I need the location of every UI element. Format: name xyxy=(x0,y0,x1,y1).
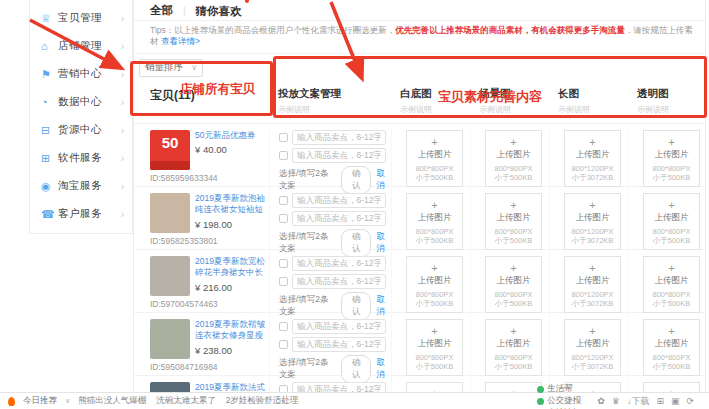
copy-input[interactable] xyxy=(292,130,386,145)
vip-icon[interactable]: ♛ xyxy=(612,396,620,406)
copy-checkbox[interactable] xyxy=(279,196,288,205)
product-thumbnail[interactable] xyxy=(150,256,190,296)
upload-limit: 小于500KB xyxy=(486,299,541,308)
upload-spec: 800*800PX xyxy=(486,227,541,236)
refresh-icon[interactable]: ⟳ xyxy=(686,396,694,406)
upload-image-button[interactable]: + 上传图片 800*800PX 小于500KB xyxy=(406,319,463,376)
download-icon[interactable]: ↓下载 xyxy=(627,396,650,406)
upload-image-button[interactable]: + 上传图片 800*1200PX 小于3072KB xyxy=(564,193,621,250)
confirm-button[interactable]: 确认 xyxy=(341,355,372,383)
upload-image-button[interactable]: + 上传图片 800*1200PX 小于3072KB xyxy=(564,256,621,313)
copy-checkbox[interactable] xyxy=(279,277,288,286)
sidebar-item-shop-management[interactable]: ⌂ 店铺管理 › xyxy=(30,32,132,60)
upload-label: 上传图片 xyxy=(644,275,699,287)
software-service-icon: ⊞ xyxy=(41,152,58,165)
window-icon[interactable]: ▣ xyxy=(671,396,680,406)
chevron-down-icon[interactable]: ∨ xyxy=(65,397,70,405)
sidebar-item-label: 宝贝管理 xyxy=(58,11,121,25)
supply-center-icon: ⊟ xyxy=(41,124,58,137)
tab-all[interactable]: 全部 xyxy=(150,3,173,18)
col-copy-sub[interactable]: 示例说明 xyxy=(278,104,391,115)
confirm-button[interactable]: 确认 xyxy=(341,166,372,194)
upload-image-button[interactable]: + 上传图片 800*800PX 小于500KB xyxy=(485,130,542,187)
copy-input[interactable] xyxy=(292,274,386,289)
sidebar-item-software-service[interactable]: ⊞ 软件服务 › xyxy=(30,144,132,172)
tab-guess-wrap[interactable]: 猜你喜欢 xyxy=(196,1,242,19)
copy-checkbox[interactable] xyxy=(279,151,288,160)
upload-image-button[interactable]: + 上传图片 800*800PX 小于500KB xyxy=(643,193,700,250)
upload-image-button[interactable]: + 上传图片 800*800PX 小于500KB xyxy=(406,130,463,187)
upload-limit: 小于500KB xyxy=(644,173,699,182)
copy-input[interactable] xyxy=(292,337,386,352)
copy-input[interactable] xyxy=(292,319,386,334)
apps-icon[interactable]: ⊞ xyxy=(656,396,664,406)
confirm-button[interactable]: 确认 xyxy=(341,292,372,320)
product-title-link[interactable]: 50元新品优惠券 xyxy=(195,130,255,141)
copy-checkbox[interactable] xyxy=(279,133,288,142)
sidebar-item-treasure-management[interactable]: ♕ 宝贝管理 › xyxy=(30,4,132,32)
col-scene-label: 场景图 xyxy=(479,87,549,101)
col-long: 长图 示例说明 xyxy=(549,87,628,123)
upload-image-button[interactable]: + 上传图片 800*1200PX 小于3072KB xyxy=(564,319,621,376)
cancel-button[interactable]: 取消 xyxy=(376,168,391,192)
cancel-button[interactable]: 取消 xyxy=(376,294,391,318)
upload-image-button[interactable]: + 上传图片 800*800PX 小于500KB xyxy=(643,130,700,187)
copy-input[interactable] xyxy=(292,256,386,271)
sidebar-item-data-center[interactable]: ◔ 数据中心 › xyxy=(30,88,132,116)
shop-management-icon: ⌂ xyxy=(41,40,58,52)
coupon-badge: 50 xyxy=(162,134,179,151)
col-scene-sub[interactable]: 示例说明 xyxy=(479,104,549,115)
upload-image-button[interactable]: + 上传图片 800*800PX 小于500KB xyxy=(406,193,463,250)
col-transparent-sub[interactable]: 示例说明 xyxy=(637,104,705,115)
upload-image-button[interactable]: + 上传图片 800*800PX 小于500KB xyxy=(643,256,700,313)
product-title-link[interactable]: 2019夏季新款泡袖纯连衣裙女短袖短裤T恤中长款 xyxy=(195,193,269,216)
plus-icon: + xyxy=(486,200,541,211)
upload-image-button[interactable]: + 上传图片 800*800PX 小于500KB xyxy=(485,193,542,250)
hot-search-item[interactable]: 2岁娃检验舒适处理 xyxy=(226,395,299,405)
upload-image-button[interactable]: + 上传图片 800*800PX 小于500KB xyxy=(485,319,542,376)
copy-checkbox[interactable] xyxy=(279,259,288,268)
copy-input[interactable] xyxy=(292,211,386,226)
product-thumbnail[interactable] xyxy=(150,193,190,233)
sidebar-item-supply-center[interactable]: ⊟ 货源中心 › xyxy=(30,116,132,144)
confirm-button[interactable]: 确认 xyxy=(341,229,372,257)
tab-guess[interactable]: 猜你喜欢 xyxy=(196,5,242,17)
product-thumbnail[interactable] xyxy=(150,319,190,359)
product-price: ¥ 216.00 xyxy=(195,282,269,293)
skin-icon[interactable]: ✿ xyxy=(597,396,605,406)
col-whitebg-sub[interactable]: 示例说明 xyxy=(400,104,470,115)
hot-search-item[interactable]: 洗碗太难太累了 xyxy=(156,395,216,405)
copy-checkbox[interactable] xyxy=(279,322,288,331)
upload-image-button[interactable]: + 上传图片 800*1200PX 小于3072KB xyxy=(564,130,621,187)
sidebar-item-marketing-center[interactable]: ⚑ 营销中心 › xyxy=(30,60,132,88)
hot-search-item[interactable]: 熊猫出没人气爆棚 xyxy=(78,395,146,405)
plus-icon: + xyxy=(644,200,699,211)
upload-image-button[interactable]: + 上传图片 800*800PX 小于500KB xyxy=(406,256,463,313)
sidebar-item-taobao-service[interactable]: ◉ 淘宝服务 › xyxy=(30,172,132,200)
cancel-button[interactable]: 取消 xyxy=(376,357,391,381)
copy-input[interactable] xyxy=(292,193,386,208)
upload-image-button[interactable]: + 上传图片 800*800PX 小于500KB xyxy=(643,319,700,376)
col-transparent-label: 透明图 xyxy=(637,87,705,101)
plus-icon: + xyxy=(565,137,620,148)
cancel-button[interactable]: 取消 xyxy=(376,231,391,255)
transit-app[interactable]: 公交捷报 xyxy=(537,395,581,407)
product-title-link[interactable]: 2019夏季新款褶皱连衣裙女修身显瘦小众网红 xyxy=(195,319,269,342)
sidebar-item-customer-service[interactable]: ☎ 客户服务 › xyxy=(30,200,132,228)
plus-icon: + xyxy=(407,137,462,148)
product-title-link[interactable]: 2019夏季新款宽松碎花半身裙女中长款荷叶边白 xyxy=(195,256,269,279)
hot-label[interactable]: 今日推荐 xyxy=(23,395,57,407)
sidebar-item-label: 数据中心 xyxy=(58,95,121,109)
copy-input[interactable] xyxy=(292,148,386,163)
upload-image-button[interactable]: + 上传图片 800*800PX 小于500KB xyxy=(485,256,542,313)
col-long-sub[interactable]: 示例说明 xyxy=(558,104,628,115)
copy-checkbox[interactable] xyxy=(279,214,288,223)
marketing-center-icon: ⚑ xyxy=(41,68,58,81)
sort-select[interactable]: 销量排序 ∨ xyxy=(139,59,203,77)
upload-spec: 800*800PX xyxy=(407,353,462,362)
health-app[interactable]: 生活帮 xyxy=(537,383,581,395)
tips-detail-link[interactable]: 查看详情> xyxy=(161,36,200,46)
product-thumbnail[interactable]: 50 xyxy=(150,130,190,170)
copy-checkbox[interactable] xyxy=(279,340,288,349)
coupon-band xyxy=(150,161,190,170)
